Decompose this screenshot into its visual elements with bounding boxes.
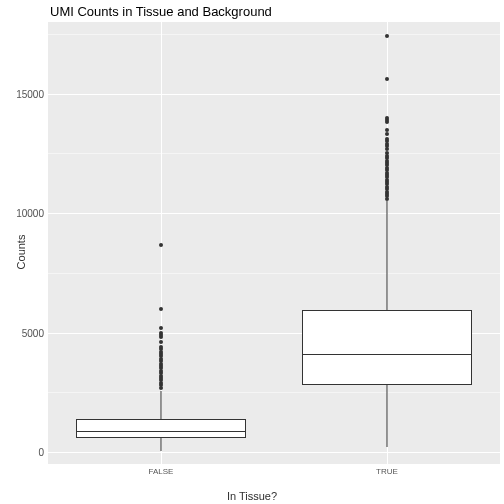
outlier-point [385, 77, 389, 81]
outlier-point [159, 326, 163, 330]
outlier-point [385, 128, 389, 132]
outlier-point [385, 151, 389, 155]
median-line [76, 431, 246, 432]
median-line [302, 354, 472, 355]
y-tick-label: 0 [38, 447, 44, 458]
outlier-point [159, 345, 163, 349]
whisker-lower [387, 385, 388, 447]
outlier-point [159, 331, 163, 335]
box [76, 419, 246, 438]
outlier-point [159, 307, 163, 311]
y-tick-label: 10000 [16, 208, 44, 219]
outlier-point [159, 340, 163, 344]
whisker-lower [161, 438, 162, 451]
whisker-upper [161, 391, 162, 418]
x-tick-label: TRUE [376, 467, 398, 476]
whisker-upper [387, 201, 388, 310]
y-axis-label: Counts [15, 235, 27, 270]
x-tick-label: FALSE [149, 467, 174, 476]
box-group [76, 22, 246, 464]
box-group [302, 22, 472, 464]
outlier-point [159, 243, 163, 247]
plot-area [48, 22, 500, 464]
outlier-point [385, 137, 389, 141]
y-tick-label: 15000 [16, 88, 44, 99]
box [302, 310, 472, 385]
outlier-point [385, 116, 389, 120]
chart-title: UMI Counts in Tissue and Background [50, 4, 272, 19]
outlier-point [385, 34, 389, 38]
y-tick-label: 5000 [22, 327, 44, 338]
x-axis-label: In Tissue? [227, 490, 277, 502]
outlier-point [385, 132, 389, 136]
